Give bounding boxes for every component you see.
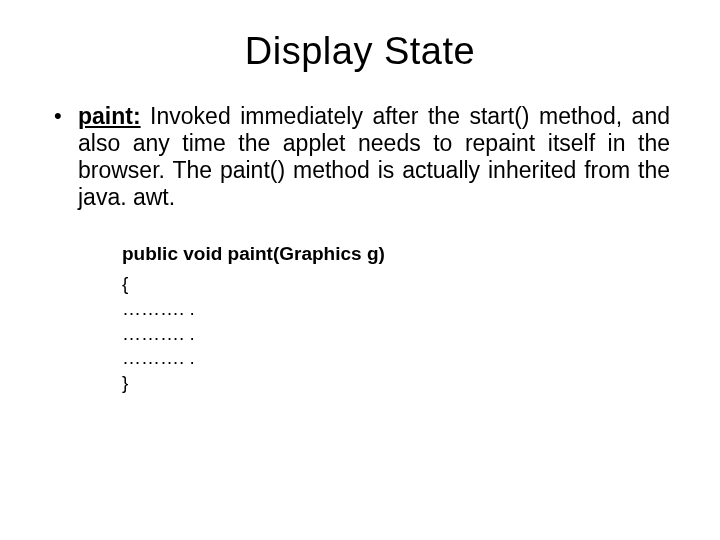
code-line: ………. . bbox=[122, 297, 670, 322]
slide-title: Display State bbox=[50, 30, 670, 73]
code-signature: public void paint(Graphics g) bbox=[122, 242, 670, 267]
code-line: } bbox=[122, 371, 670, 396]
code-line: ………. . bbox=[122, 322, 670, 347]
code-line: ………. . bbox=[122, 346, 670, 371]
bullet-term: paint: bbox=[78, 103, 141, 129]
code-line: { bbox=[122, 272, 670, 297]
slide: Display State paint: Invoked immediately… bbox=[0, 0, 720, 540]
code-block: public void paint(Graphics g) { ………. . …… bbox=[122, 242, 670, 396]
bullet-paint: paint: Invoked immediately after the sta… bbox=[50, 103, 670, 212]
bullet-description: Invoked immediately after the start() me… bbox=[78, 103, 670, 210]
